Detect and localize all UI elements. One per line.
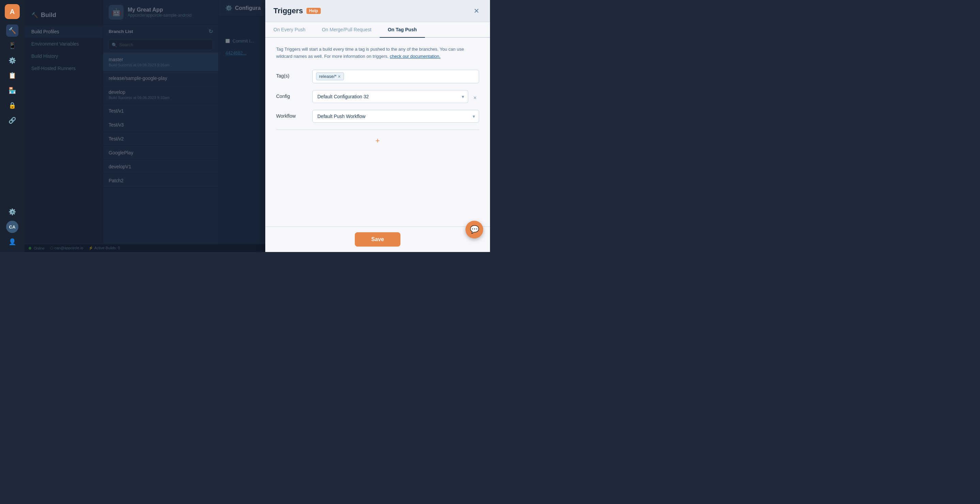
workflow-select-wrapper: Default Push Workflow ▾ (312, 110, 479, 123)
tags-label: Tag(s) (276, 70, 307, 79)
sidebar-item-integrations[interactable]: 🔗 (6, 114, 18, 127)
sidebar-item-build[interactable]: 🔨 (6, 24, 18, 37)
sidebar-item-store[interactable]: 🏪 (6, 84, 18, 97)
chat-fab[interactable]: 💬 (466, 221, 483, 238)
triggers-footer: Save (265, 227, 490, 252)
tabs-row: On Every Push On Merge/Pull Request On T… (265, 22, 490, 38)
workflow-select[interactable]: Default Push Workflow (312, 110, 479, 123)
triggers-header: Triggers Help ✕ (265, 0, 490, 22)
add-trigger-button[interactable]: + (372, 135, 383, 146)
workflow-label: Workflow (276, 110, 307, 119)
tags-control: release/* × (312, 70, 479, 83)
help-badge[interactable]: Help (307, 8, 321, 14)
triggers-title: Triggers (274, 6, 303, 15)
config-delete-button[interactable]: × (471, 92, 479, 101)
close-button[interactable]: ✕ (471, 5, 482, 16)
tag-input-container[interactable]: release/* × (312, 70, 479, 83)
tab-tag-push[interactable]: On Tag Push (380, 22, 425, 37)
sidebar: A 🔨 📱 ⚙️ 📋 🏪 🔒 🔗 ⚙️ CA 👤 (0, 0, 24, 252)
save-button[interactable]: Save (355, 232, 400, 247)
description-text: Tag Triggers will start a build every ti… (276, 46, 479, 60)
sidebar-item-device[interactable]: 📱 (6, 40, 18, 52)
tag-chip: release/* × (316, 73, 344, 80)
title-row: Triggers Help (274, 6, 321, 15)
sidebar-item-user[interactable]: 👤 (6, 236, 18, 248)
triggers-body: Tag Triggers will start a build every ti… (265, 38, 490, 227)
config-select[interactable]: Default Configuration 32 (312, 90, 468, 103)
avatar[interactable]: CA (6, 221, 18, 233)
sidebar-item-workflows[interactable]: ⚙️ (6, 54, 18, 67)
config-select-wrapper: Default Configuration 32 ▾ (312, 90, 468, 103)
workflow-form-row: Workflow Default Push Workflow ▾ (276, 110, 479, 123)
tag-remove-button[interactable]: × (338, 74, 340, 79)
config-form-row: Config Default Configuration 32 ▾ × (276, 90, 479, 103)
tab-merge-pull[interactable]: On Merge/Pull Request (313, 22, 380, 37)
chat-icon: 💬 (470, 225, 479, 234)
tag-value: release/* (319, 74, 336, 79)
sidebar-item-test[interactable]: 📋 (6, 70, 18, 82)
triggers-panel: Triggers Help ✕ On Every Push On Merge/P… (265, 0, 490, 252)
divider (276, 130, 479, 130)
sidebar-item-settings[interactable]: ⚙️ (6, 206, 18, 218)
docs-link[interactable]: check our documentation. (390, 54, 441, 59)
logo-text: A (10, 8, 14, 16)
tab-every-push[interactable]: On Every Push (265, 22, 313, 37)
tags-form-row: Tag(s) release/* × (276, 70, 479, 83)
app-logo[interactable]: A (5, 4, 20, 19)
sidebar-item-security[interactable]: 🔒 (6, 99, 18, 111)
config-label: Config (276, 90, 307, 99)
